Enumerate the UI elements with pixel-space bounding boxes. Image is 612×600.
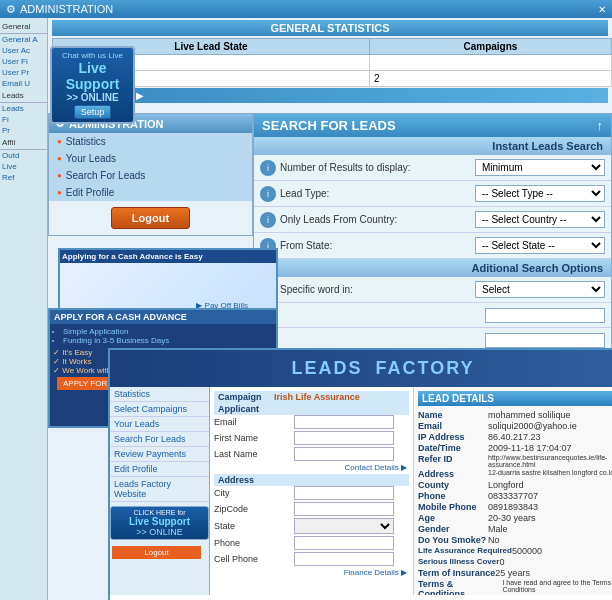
specific-word-select[interactable]: Select Name Email — [475, 281, 605, 298]
nav-item-search-leads-label: Search For Leads — [66, 170, 146, 181]
lf-cell-input[interactable] — [294, 552, 394, 566]
bullet-icon-4: ● — [57, 188, 62, 197]
lf-sidebar-your-leads[interactable]: Your Leads — [110, 417, 209, 432]
additional-input-2[interactable] — [485, 333, 605, 348]
admin-bar-title: ADMINISTRATION — [20, 3, 113, 15]
contact-details-link[interactable]: Contact Details ▶ — [216, 463, 407, 472]
sidebar-item-fi[interactable]: Fi — [0, 114, 47, 125]
state-select[interactable]: -- Select State -- AL — [475, 237, 605, 254]
stats-table: Live Lead State Campaigns Valid Leads 0 … — [52, 38, 612, 87]
admin-nav-panel: ⚙ ADMINISTRATION ● Statistics ● Your Lea… — [48, 113, 253, 236]
additional-row-1: i — [254, 303, 611, 328]
results-label: Number of Results to display: — [280, 162, 475, 173]
credit-window-title: Applying for a Cash Advance is Easy — [60, 250, 276, 263]
lf-gender-value: Male — [488, 524, 508, 534]
lf-city-input[interactable] — [294, 486, 394, 500]
lf-sidebar-search-leads[interactable]: Search For Leads — [110, 432, 209, 447]
sidebar-item-emailu[interactable]: Email U — [0, 78, 47, 89]
sidebar-item-userac[interactable]: User Ac — [0, 45, 47, 56]
nav-item-edit-profile[interactable]: ● Edit Profile — [49, 184, 252, 201]
state-label: From State: — [280, 240, 475, 251]
country-select[interactable]: -- Select Country -- USA UK — [475, 211, 605, 228]
leads-factory-body: Statistics Select Campaigns Your Leads S… — [110, 387, 612, 595]
lf-campaign-value: Irish Life Assurance — [274, 392, 360, 402]
lf-email-input[interactable] — [294, 415, 394, 429]
lf-phone-det-label: Phone — [418, 491, 488, 501]
lf-email-det-label: Email — [418, 421, 488, 431]
sidebar-section-affil: Affil — [0, 136, 47, 150]
nav-item-statistics[interactable]: ● Statistics — [49, 133, 252, 150]
lf-age-label: Age — [418, 513, 488, 523]
lf-live-support-click: CLICK HERE for — [113, 509, 206, 516]
lf-sidebar-statistics[interactable]: Statistics — [110, 387, 209, 402]
lf-name-label: Name — [418, 410, 488, 420]
lf-gender-label: Gender — [418, 524, 488, 534]
sidebar-item-live[interactable]: Live — [0, 161, 47, 172]
lf-zip-input[interactable] — [294, 502, 394, 516]
main-container: General General A User Ac User Fi User P… — [0, 18, 612, 600]
arrow-icon: ▶ — [136, 90, 144, 101]
nav-item-your-leads-label: Your Leads — [66, 153, 116, 164]
lf-cell-row: Cell Phone — [214, 552, 409, 566]
close-icon[interactable]: ✕ — [598, 4, 606, 15]
lf-detail-refer: Refer ID http://www.bestinsurancequotes.… — [418, 454, 612, 468]
nav-item-search-leads[interactable]: ● Search For Leads — [49, 167, 252, 184]
lf-illness-label: Serious Illness Cover — [418, 557, 499, 567]
nav-item-your-leads[interactable]: ● Your Leads — [49, 150, 252, 167]
leads-factory-header: LEADS FACTORY — [110, 350, 612, 387]
lf-sidebar-edit-profile[interactable]: Edit Profile — [110, 462, 209, 477]
lf-detail-time: Date/Time 2009-11-18 17:04:07 — [418, 443, 612, 453]
lf-firstname-row: First Name — [214, 431, 409, 445]
lf-age-value: 20-30 years — [488, 513, 536, 523]
lf-detail-illness: Serious Illness Cover 0 — [418, 557, 612, 567]
lf-state-select[interactable] — [294, 518, 394, 534]
lf-live-support: CLICK HERE for Live Support >> ONLINE — [110, 506, 209, 540]
lf-sidebar-payments[interactable]: Review Payments — [110, 447, 209, 462]
apply-bullet-simple: Simple Application — [63, 327, 273, 336]
logout-button[interactable]: Logout — [111, 207, 190, 229]
lf-sidebar-website[interactable]: Leads Factory Website — [110, 477, 209, 502]
lf-email-det-value: soliqui2000@yahoo.ie — [488, 421, 577, 431]
lf-logout-btn[interactable]: Logout — [112, 546, 201, 559]
sidebar-item-generala[interactable]: General A — [0, 34, 47, 45]
additional-input-1[interactable] — [485, 308, 605, 323]
lf-detail-smoke: Do You Smoke? No — [418, 535, 612, 545]
factory-text: FACTORY — [376, 358, 475, 378]
sidebar-item-userpr[interactable]: User Pr — [0, 67, 47, 78]
lf-firstname-input[interactable] — [294, 431, 394, 445]
info-icon-2: i — [260, 186, 276, 202]
lf-lastname-input[interactable] — [294, 447, 394, 461]
campaigns-value: 2 — [369, 71, 611, 87]
lf-campaign-label: Campaign — [218, 392, 262, 402]
results-row: i Number of Results to display: Minimum … — [254, 155, 611, 181]
lf-term-label: Term of Insurance — [418, 568, 495, 578]
lf-address-header: Address — [214, 474, 409, 486]
lf-live-support-online: >> ONLINE — [113, 527, 206, 537]
finance-details-link[interactable]: Finance Details ▶ — [216, 568, 407, 577]
lf-sidebar-campaigns[interactable]: Select Campaigns — [110, 402, 209, 417]
search-header-arrow: ↑ — [597, 118, 604, 133]
lf-detail-terms: Terms & Conditions I have read and agree… — [418, 579, 612, 595]
lead-type-select[interactable]: -- Select Type -- Life Health — [475, 185, 605, 202]
lf-detail-age: Age 20-30 years — [418, 513, 612, 523]
sidebar-item-ref[interactable]: Ref — [0, 172, 47, 183]
lf-campaign-row: Campaign Irish Life Assurance — [214, 391, 409, 403]
aged-stats-bar: Aged Lead Stats ▶ — [52, 88, 608, 103]
sidebar-item-userfi[interactable]: User Fi — [0, 56, 47, 67]
lf-city-row: City — [214, 486, 409, 500]
sidebar-item-outd[interactable]: Outd — [0, 150, 47, 161]
sidebar-item-pr[interactable]: Pr — [0, 125, 47, 136]
admin-top-bar: ⚙ ADMINISTRATION ✕ — [0, 0, 612, 18]
lf-terms-label: Terms & Conditions — [418, 579, 502, 595]
lf-sidebar: Statistics Select Campaigns Your Leads S… — [110, 387, 210, 595]
lf-mobile-label: Mobile Phone — [418, 502, 488, 512]
results-select[interactable]: Minimum 10 25 50 — [475, 159, 605, 176]
info-icon-3: i — [260, 212, 276, 228]
sidebar-item-leads[interactable]: Leads — [0, 103, 47, 114]
lf-details-header: LEAD DETAILS — [418, 391, 612, 406]
setup-button[interactable]: Setup — [74, 105, 112, 119]
leads-factory-window: LEADS FACTORY Statistics Select Campaign… — [108, 348, 612, 600]
lf-phone-det-value: 0833337707 — [488, 491, 538, 501]
lf-name-value: mohammed solilique — [488, 410, 571, 420]
lf-phone-input[interactable] — [294, 536, 394, 550]
